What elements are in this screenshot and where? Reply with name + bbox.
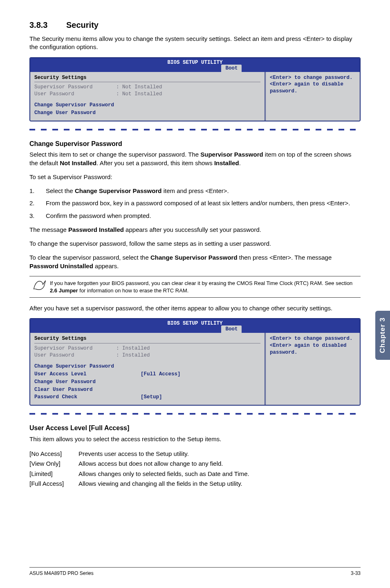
bios-help-text: <Enter> to change password.<Enter> again… bbox=[270, 75, 353, 94]
access-options-table: [No Access]Prevents user access to the S… bbox=[29, 449, 361, 489]
csp-paragraph-1: Select this item to set or change the su… bbox=[29, 150, 361, 167]
bios-title: BIOS SETUP UTILITY bbox=[30, 59, 360, 66]
bold-not-installed: Not Installed bbox=[60, 159, 96, 166]
section-number: 3.8.3 bbox=[29, 20, 66, 31]
footer-page-number: 3-33 bbox=[351, 570, 361, 577]
bios-menu-item: Change User Password bbox=[34, 110, 260, 117]
section-title: Security bbox=[66, 20, 99, 29]
bios-row-label: User Password bbox=[34, 352, 116, 359]
bios-separator bbox=[34, 343, 260, 343]
bios-title: BIOS SETUP UTILITY bbox=[30, 320, 360, 327]
bios-tab-boot: Boot bbox=[221, 65, 242, 72]
bios-body: Security Settings Supervisor Password : … bbox=[30, 333, 360, 405]
note-text: If you have forgotten your BIOS password… bbox=[50, 280, 361, 294]
ual-intro: This item allows you to select the acces… bbox=[29, 435, 361, 443]
bios-tab-boot: Boot bbox=[221, 325, 242, 333]
bold-installed: Installed bbox=[214, 159, 239, 166]
bios-section-heading: Security Settings bbox=[34, 335, 260, 342]
bios-row-value: : Not Installed bbox=[116, 91, 162, 98]
msg-change-password: To change the supervisor password, follo… bbox=[29, 240, 361, 248]
bios-row-label: Supervisor Password bbox=[34, 345, 116, 352]
intro-paragraph: The Security menu items allow you to cha… bbox=[29, 35, 361, 52]
note-icon bbox=[29, 280, 50, 294]
csp-paragraph-2: To set a Supervisor Password: bbox=[29, 173, 361, 181]
page-footer: ASUS M4A89TD PRO Series 3-33 bbox=[29, 567, 361, 577]
chapter-side-tab: Chapter 3 bbox=[375, 311, 390, 360]
option-key: [View Only] bbox=[29, 459, 78, 469]
bios-menu-item: Change User Password bbox=[34, 379, 260, 386]
footer-product: ASUS M4A89TD PRO Series bbox=[29, 570, 94, 577]
bios-option-value: [Full Access] bbox=[141, 371, 181, 377]
option-key: [Limited] bbox=[29, 469, 78, 479]
step-item: 1.Select the Change Supervisor Password … bbox=[29, 187, 361, 195]
bios-row-value: : Installed bbox=[116, 352, 150, 359]
step-text: Confirm the password when prompted. bbox=[46, 212, 151, 220]
table-row: [Limited]Allows changes only to selected… bbox=[29, 469, 361, 479]
step-text: Select the Change Supervisor Password it… bbox=[46, 187, 229, 195]
bios-header: BIOS SETUP UTILITY Boot bbox=[30, 319, 360, 333]
bios-row: User Password : Installed bbox=[34, 352, 260, 359]
table-row: [No Access]Prevents user access to the S… bbox=[29, 449, 361, 459]
option-value: Allows access but does not allow change … bbox=[78, 459, 361, 469]
bios-help-text: <Enter> to change password.<Enter> again… bbox=[270, 336, 353, 355]
bios-body: Security Settings Supervisor Password : … bbox=[30, 72, 360, 121]
step-number: 1. bbox=[29, 187, 46, 195]
steps-list: 1.Select the Change Supervisor Password … bbox=[29, 187, 361, 220]
bios-left-pane: Security Settings Supervisor Password : … bbox=[30, 72, 266, 121]
msg-clear-password: To clear the supervisor password, select… bbox=[29, 254, 361, 270]
chapter-side-label: Chapter 3 bbox=[378, 317, 388, 353]
bios-menu-item: Password Check[Setup] bbox=[34, 394, 260, 401]
table-row: [Full Access]Allows viewing and changing… bbox=[29, 479, 361, 489]
bios-row-value: : Not Installed bbox=[116, 84, 162, 91]
bios-row: Supervisor Password : Installed bbox=[34, 345, 260, 352]
note-callout: If you have forgotten your BIOS password… bbox=[29, 276, 361, 298]
bios-row-value: : Installed bbox=[116, 345, 150, 352]
bios-screenshot-2: BIOS SETUP UTILITY Boot Security Setting… bbox=[29, 318, 361, 406]
bios-help-pane: <Enter> to change password.<Enter> again… bbox=[266, 333, 360, 405]
bios-left-pane: Security Settings Supervisor Password : … bbox=[30, 333, 266, 405]
bios-menu-item: User Access Level[Full Access] bbox=[34, 371, 260, 378]
option-value: Prevents user access to the Setup utilit… bbox=[78, 449, 361, 459]
bios-section-heading: Security Settings bbox=[34, 74, 260, 81]
after-note-paragraph: After you have set a supervisor password… bbox=[29, 304, 361, 312]
bold-supervisor-password: Supervisor Password bbox=[200, 151, 263, 158]
option-value: Allows viewing and changing all the fiel… bbox=[78, 479, 361, 489]
bios-menu-item: Change Supervisor Password bbox=[34, 102, 260, 109]
bios-menu-item: Clear User Password bbox=[34, 386, 260, 393]
bios-dashed-border bbox=[29, 129, 361, 130]
step-item: 2.From the password box, key in a passwo… bbox=[29, 199, 361, 207]
bios-row: Supervisor Password : Not Installed bbox=[34, 84, 260, 91]
change-supervisor-heading: Change Supervisor Password bbox=[29, 139, 361, 148]
bios-menu-item: Change Supervisor Password bbox=[34, 363, 260, 370]
step-number: 2. bbox=[29, 199, 46, 207]
msg-password-installed: The message Password Installed appears a… bbox=[29, 226, 361, 234]
bios-help-pane: <Enter> to change password.<Enter> again… bbox=[266, 72, 360, 121]
step-number: 3. bbox=[29, 212, 46, 220]
bios-dashed-border bbox=[29, 413, 361, 415]
step-text: From the password box, key in a password… bbox=[46, 199, 350, 207]
bios-row-label: User Password bbox=[34, 91, 116, 98]
bios-separator bbox=[34, 82, 260, 82]
bios-option-value: [Setup] bbox=[141, 394, 162, 400]
bios-row: User Password : Not Installed bbox=[34, 91, 260, 98]
option-key: [Full Access] bbox=[29, 479, 78, 489]
option-key: [No Access] bbox=[29, 449, 78, 459]
table-row: [View Only]Allows access but does not al… bbox=[29, 459, 361, 469]
option-value: Allows changes only to selected fields, … bbox=[78, 469, 361, 479]
bios-header: BIOS SETUP UTILITY Boot bbox=[30, 58, 360, 72]
user-access-level-heading: User Access Level [Full Access] bbox=[29, 424, 361, 433]
bios-row-label: Supervisor Password bbox=[34, 84, 116, 91]
step-item: 3.Confirm the password when prompted. bbox=[29, 212, 361, 220]
bios-screenshot-1: BIOS SETUP UTILITY Boot Security Setting… bbox=[29, 57, 361, 121]
section-heading: 3.8.3Security bbox=[29, 20, 361, 31]
note-bold: 2.6 Jumper bbox=[50, 287, 78, 294]
